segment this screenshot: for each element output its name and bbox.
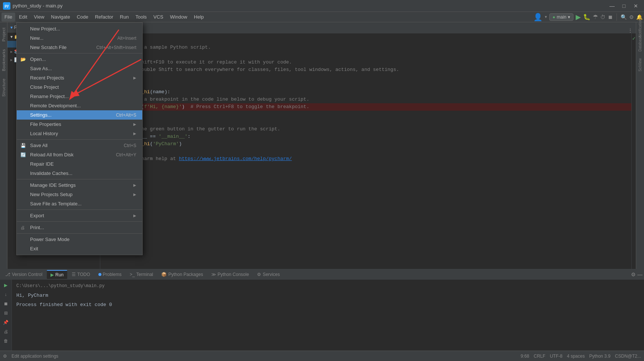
menu-item-refactor[interactable]: Refactor <box>92 13 116 22</box>
bottom-panel-gear[interactable]: ⚙ <box>631 271 636 277</box>
menu-open[interactable]: 📂 Open... <box>17 55 142 64</box>
database-label[interactable]: Database <box>637 34 644 53</box>
menu-save-all[interactable]: 💾 Save All Ctrl+S <box>17 141 142 150</box>
menu-sep-3 <box>17 179 142 179</box>
editor-content[interactable]: ✓ 1 # This is a sample Python script. 2 … <box>100 33 636 269</box>
settings-gear-button[interactable]: ⚙ <box>629 14 634 20</box>
search-everywhere-button[interactable]: 🔍 <box>621 14 627 20</box>
menu-new-scratch[interactable]: New Scratch File Ctrl+Alt+Shift+Insert <box>17 43 142 52</box>
run-output: C:\Users\...\python_study\main.py Hi, Py… <box>12 280 644 351</box>
encoding[interactable]: UTF-8 <box>550 354 562 359</box>
menu-reload[interactable]: 🔄 Reload All from Disk Ctrl+Alt+Y <box>17 150 142 159</box>
menu-item-help[interactable]: Help <box>191 13 207 22</box>
left-tab-bar: Project Bookmarks Structure <box>0 22 7 269</box>
code-line-highlighted: 9 print(f'Hi, {name}') # Press Ctrl+F8 t… <box>100 103 636 111</box>
code-line: 4 # Press Double Shift to search everywh… <box>100 66 636 74</box>
tab-run[interactable]: ▶ Run <box>47 270 67 279</box>
stop-button[interactable]: ⏹ <box>608 14 613 20</box>
sciview-label[interactable]: SciView <box>637 57 644 73</box>
user-icon[interactable]: 👤 <box>533 13 543 22</box>
code-line: 13 if __name__ == '__main__': <box>100 133 636 140</box>
coverage-button[interactable]: ☂ <box>593 13 598 20</box>
status-message: Edit application settings <box>12 354 58 359</box>
code-line <box>100 36 636 44</box>
menu-item-tools[interactable]: Tools <box>133 13 150 22</box>
menu-item-vcs[interactable]: VCS <box>150 13 166 22</box>
run-down-button[interactable]: ↓ <box>2 290 10 299</box>
code-line: 7 def print_hi(name): <box>100 88 636 96</box>
run-print-button[interactable]: 🖨 <box>2 328 10 336</box>
menu-recent-projects[interactable]: Recent Projects ▶ <box>17 73 142 82</box>
menu-save-template[interactable]: Save File as Template... <box>17 199 142 208</box>
tab-todo[interactable]: ☰ TODO <box>68 270 94 279</box>
local-history-arrow: ▶ <box>133 131 136 136</box>
run-pin-button[interactable]: 📌 <box>2 318 10 326</box>
menu-export[interactable]: Export ▶ <box>17 211 142 220</box>
menu-item-edit[interactable]: Edit <box>16 13 30 22</box>
menu-settings[interactable]: Settings... Ctrl+Alt+S <box>17 110 142 120</box>
menu-item-code[interactable]: Code <box>74 13 91 22</box>
menu-repair-ide[interactable]: Repair IDE <box>17 159 142 169</box>
open-icon: 📂 <box>20 57 26 62</box>
menu-print[interactable]: 🖨 Print... <box>17 223 142 232</box>
menu-rename-project[interactable]: Rename Project... <box>17 92 142 101</box>
menu-item-file[interactable]: File <box>1 13 15 22</box>
menu-local-history[interactable]: Local History ▶ <box>17 129 142 138</box>
tab-services[interactable]: ⚙ Services <box>253 270 283 279</box>
tab-structure[interactable]: Structure <box>1 76 7 99</box>
new-projects-arrow: ▶ <box>133 192 136 196</box>
menu-manage-ide[interactable]: Manage IDE Settings ▶ <box>17 180 142 190</box>
tab-terminal[interactable]: >_ Terminal <box>126 270 157 279</box>
run-button[interactable]: ▶ <box>576 13 581 21</box>
bottom-panel: ⎇ Version Control ▶ Run ☰ TODO Problems … <box>0 269 644 351</box>
minimize-button[interactable]: — <box>607 2 617 10</box>
tab-project[interactable]: Project <box>1 25 7 44</box>
problems-dot <box>98 273 101 276</box>
bottom-content: ▶ ↓ ⏹ ⊞ 📌 🖨 🗑 C:\Users\...\python_study\… <box>0 280 644 351</box>
notifications-label[interactable]: Notifications <box>637 24 644 30</box>
tab-version-control[interactable]: ⎇ Version Control <box>1 270 46 279</box>
code-line: 5 <box>100 74 636 81</box>
menu-item-navigate[interactable]: Navigate <box>48 13 73 22</box>
menu-new-projects-setup[interactable]: New Projects Setup ▶ <box>17 190 142 199</box>
debug-button[interactable]: 🐛 <box>583 13 591 20</box>
menu-file-properties[interactable]: File Properties ▶ <box>17 120 142 129</box>
code-line: 11 <box>100 118 636 126</box>
menu-new[interactable]: New... Alt+Insert <box>17 33 142 43</box>
bottom-panel-minimize[interactable]: — <box>637 271 643 277</box>
menu-power-save[interactable]: Power Save Mode <box>17 235 142 244</box>
print-icon: 🖨 <box>20 225 25 230</box>
tab-python-packages[interactable]: 📦 Python Packages <box>157 270 206 279</box>
menu-item-window[interactable]: Window <box>167 13 190 22</box>
menu-item-run[interactable]: Run <box>117 13 132 22</box>
maximize-button[interactable]: □ <box>619 2 629 10</box>
menu-save-as[interactable]: Save As... <box>17 64 142 73</box>
menu-remote-dev[interactable]: Remote Development... <box>17 101 142 110</box>
indent-info[interactable]: 4 spaces <box>567 354 585 359</box>
tab-bookmarks[interactable]: Bookmarks <box>1 47 7 74</box>
run-path: C:\Users\...\python_study\main.py <box>16 283 640 290</box>
menu-item-view[interactable]: View <box>31 13 47 22</box>
tab-problems[interactable]: Problems <box>95 270 126 279</box>
code-line: 2 <box>100 51 636 59</box>
run-config-selector[interactable]: ● main ▾ <box>549 13 573 21</box>
profile-button[interactable]: ⏱ <box>600 14 605 20</box>
cursor-position[interactable]: 9:68 <box>521 354 529 359</box>
tab-python-console[interactable]: ≫ Python Console <box>208 270 253 279</box>
menu-close-project[interactable]: Close Project <box>17 82 142 92</box>
line-ending[interactable]: CRLF <box>534 354 545 359</box>
close-button[interactable]: ✕ <box>631 2 641 10</box>
menu-new-project[interactable]: New Project... <box>17 24 142 33</box>
run-restore-button[interactable]: ⊞ <box>2 309 10 317</box>
title-text: python_study - main.py <box>13 3 62 9</box>
menu-invalidate-caches[interactable]: Invalidate Caches... <box>17 169 142 178</box>
python-version[interactable]: Python 3.9 <box>589 354 610 359</box>
menu-exit[interactable]: Exit <box>17 244 142 253</box>
rerun-button[interactable]: ▶ <box>2 281 10 289</box>
code-line: 10 <box>100 111 636 118</box>
export-arrow: ▶ <box>133 214 136 218</box>
run-stop-button[interactable]: ⏹ <box>2 300 10 308</box>
code-line: 15 <box>100 148 636 155</box>
recent-files-icon[interactable]: ⋮ <box>628 27 633 33</box>
run-clear-button[interactable]: 🗑 <box>2 337 10 345</box>
